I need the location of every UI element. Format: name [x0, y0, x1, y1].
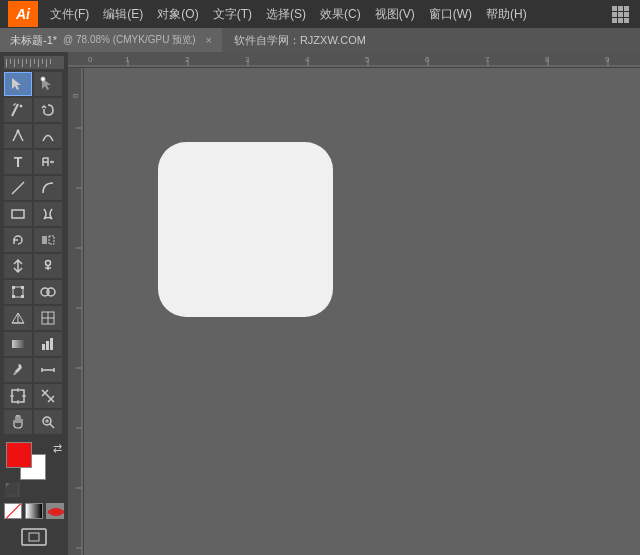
slice-tool[interactable] — [34, 384, 62, 408]
color-area: ⇄ ⬛ — [4, 442, 64, 499]
selection-tool[interactable] — [4, 72, 32, 96]
tool-row-6 — [4, 202, 64, 226]
active-tab[interactable]: 未标题-1* @ 78.08% (CMYK/GPU 预览) × — [0, 28, 222, 52]
none-icon[interactable] — [4, 503, 22, 519]
tool-row-14 — [4, 410, 64, 434]
tab-close-button[interactable]: × — [205, 34, 211, 46]
menu-type[interactable]: 文字(T) — [207, 4, 258, 25]
gradient-tool[interactable] — [4, 332, 32, 356]
paintbrush-tool[interactable] — [34, 202, 62, 226]
svg-point-11 — [46, 261, 51, 266]
perspective-grid-tool[interactable] — [4, 306, 32, 330]
pen-tool[interactable] — [4, 124, 32, 148]
svg-point-0 — [41, 77, 45, 81]
tool-row-11 — [4, 332, 64, 356]
svg-rect-14 — [21, 286, 24, 289]
svg-text:3: 3 — [245, 55, 250, 64]
menu-view[interactable]: 视图(V) — [369, 4, 421, 25]
svg-rect-40 — [22, 529, 46, 545]
svg-line-37 — [50, 424, 54, 428]
reflect-tool[interactable] — [34, 228, 62, 252]
svg-text:1: 1 — [125, 55, 130, 64]
canvas-area: 0 1 2 3 4 5 6 7 8 9 — [68, 52, 640, 555]
tool-row-9 — [4, 280, 64, 304]
svg-rect-26 — [46, 341, 49, 350]
lasso-tool[interactable] — [34, 98, 62, 122]
svg-text:8: 8 — [545, 55, 550, 64]
menu-window[interactable]: 窗口(W) — [423, 4, 478, 25]
tool-row-12 — [4, 358, 64, 382]
svg-point-18 — [47, 288, 55, 296]
svg-rect-13 — [12, 286, 15, 289]
svg-text:2: 2 — [185, 55, 190, 64]
hand-tool[interactable] — [4, 410, 32, 434]
rectangle-tool[interactable] — [4, 202, 32, 226]
menu-bar: 文件(F) 编辑(E) 对象(O) 文字(T) 选择(S) 效果(C) 视图(V… — [44, 4, 533, 25]
rotate-tool[interactable] — [4, 228, 32, 252]
menu-object[interactable]: 对象(O) — [151, 4, 204, 25]
svg-text:5: 5 — [365, 55, 370, 64]
menu-select[interactable]: 选择(S) — [260, 4, 312, 25]
fill-color[interactable] — [6, 442, 32, 468]
toolbar-ruler — [4, 56, 64, 69]
magic-wand-tool[interactable] — [4, 98, 32, 122]
puppet-warp-tool[interactable] — [34, 254, 62, 278]
mesh-color-icon[interactable] — [46, 503, 64, 519]
view-switcher-icon — [612, 6, 629, 23]
reset-colors[interactable]: ⬛ — [4, 482, 20, 497]
solid-color-icon[interactable] — [25, 503, 43, 519]
toolbar: T — [0, 52, 68, 555]
svg-text:9: 9 — [605, 55, 610, 64]
swap-colors[interactable]: ⇄ — [53, 442, 62, 455]
svg-rect-25 — [42, 344, 45, 350]
bar-chart-tool[interactable] — [34, 332, 62, 356]
arc-tool[interactable] — [34, 176, 62, 200]
svg-text:7: 7 — [485, 55, 490, 64]
svg-text:0: 0 — [88, 55, 93, 64]
tool-row-2 — [4, 98, 64, 122]
watermark: 软件自学网：RJZXW.COM — [234, 33, 366, 48]
mesh-tool[interactable] — [34, 306, 62, 330]
view-switcher[interactable] — [608, 4, 632, 24]
line-tool[interactable] — [4, 176, 32, 200]
tool-row-13 — [4, 384, 64, 408]
zoom-tool[interactable] — [34, 410, 62, 434]
svg-rect-16 — [21, 295, 24, 298]
tab-info: @ 78.08% (CMYK/GPU 预览) — [63, 33, 195, 47]
tool-row-4: T — [4, 150, 64, 174]
eyedropper-tool[interactable] — [4, 358, 32, 382]
svg-text:4: 4 — [305, 55, 310, 64]
width-tool[interactable] — [4, 254, 32, 278]
svg-rect-9 — [42, 236, 47, 244]
tool-row-10 — [4, 306, 64, 330]
tool-row-8 — [4, 254, 64, 278]
title-bar: Ai 文件(F) 编辑(E) 对象(O) 文字(T) 选择(S) 效果(C) 视… — [0, 0, 640, 28]
free-transform-tool[interactable] — [4, 280, 32, 304]
artboard-tool[interactable] — [4, 384, 32, 408]
measure-tool[interactable] — [34, 358, 62, 382]
tool-row-7 — [4, 228, 64, 252]
direct-selection-tool[interactable] — [34, 72, 62, 96]
svg-text:6: 6 — [425, 55, 430, 64]
svg-rect-15 — [12, 295, 15, 298]
ruler-vertical: 0 — [68, 68, 84, 555]
tab-bar: 未标题-1* @ 78.08% (CMYK/GPU 预览) × 软件自学网：RJ… — [0, 28, 640, 52]
menu-help[interactable]: 帮助(H) — [480, 4, 533, 25]
ai-logo: Ai — [8, 1, 38, 27]
menu-edit[interactable]: 编辑(E) — [97, 4, 149, 25]
color-mode-icons — [4, 503, 64, 519]
artboard — [158, 142, 333, 317]
svg-point-6 — [17, 130, 20, 133]
shape-builder-tool[interactable] — [34, 280, 62, 304]
svg-line-1 — [12, 104, 18, 116]
tool-row-5 — [4, 176, 64, 200]
screen-mode-icon[interactable] — [20, 527, 48, 551]
curvature-tool[interactable] — [34, 124, 62, 148]
tool-row-1 — [4, 72, 64, 96]
tab-title: 未标题-1* — [10, 33, 57, 48]
touch-type-tool[interactable] — [34, 150, 62, 174]
menu-file[interactable]: 文件(F) — [44, 4, 95, 25]
svg-rect-27 — [50, 338, 53, 350]
type-tool[interactable]: T — [4, 150, 32, 174]
menu-effect[interactable]: 效果(C) — [314, 4, 367, 25]
